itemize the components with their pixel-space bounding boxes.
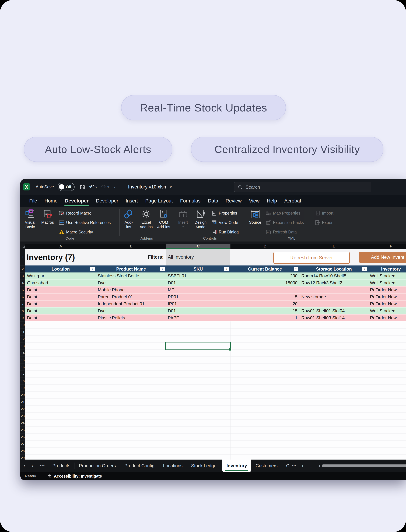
column-header-D[interactable]: D [230,244,300,249]
row-header-26[interactable]: 26 [20,433,25,440]
row-header-16[interactable]: 16 [20,363,25,370]
menu-tab-home[interactable]: Home [41,195,61,207]
empty-row[interactable] [25,412,406,419]
row-header-23[interactable]: 23 [20,412,25,419]
select-all-corner[interactable] [20,244,25,249]
empty-row[interactable] [25,419,406,426]
row-header-12[interactable]: 12 [20,336,25,343]
row-header-7[interactable]: 7 [20,301,25,308]
empty-row[interactable] [25,329,406,336]
refresh-from-server-button[interactable]: Refresh from Server [273,252,350,264]
menu-tab-developer[interactable]: Developer [92,195,122,207]
empty-row[interactable] [25,377,406,384]
table-row[interactable]: DelhiIndependent Product 01IP0120ReOrder… [25,301,406,308]
row-header-22[interactable]: 22 [20,405,25,412]
filter-dropdown-icon[interactable]: ▼ [294,267,298,271]
empty-row[interactable] [25,370,406,377]
sheet-tab-production-orders[interactable]: Production Orders [75,460,120,472]
column-header-A[interactable]: A [25,244,96,249]
row-header-21[interactable]: 21 [20,398,25,405]
row-header-3[interactable]: 3 [20,273,25,280]
row-header-9[interactable]: 9 [20,315,25,322]
column-header-B[interactable]: B [96,244,166,249]
row-header-25[interactable]: 25 [20,426,25,433]
row-header-29[interactable]: 29 [20,454,25,460]
sheet-options-kebab-icon[interactable]: ⋮ [309,463,313,469]
record-macro-button[interactable]: Record Macro [59,209,111,217]
filters-value-cell[interactable]: All Inventory [166,249,230,266]
customize-toolbar-button[interactable]: ∨ [113,186,116,188]
undo-button[interactable]: ↶ ∨ [89,184,97,190]
document-title[interactable]: Inventory v10.xlsm ∨ [128,184,172,190]
empty-row[interactable] [25,350,406,356]
autosave-toggle[interactable]: Off [58,183,74,191]
row-header-19[interactable]: 19 [20,384,25,391]
properties-button[interactable]: Properties [211,209,239,217]
column-header-C[interactable]: C [166,244,230,249]
sheet-nav-next-icon[interactable]: › [28,463,36,469]
row-header-17[interactable]: 17 [20,370,25,377]
row-header-10[interactable]: 10 [20,322,25,329]
menu-tab-data[interactable]: Data [204,195,222,207]
macro-security-button[interactable]: Macro Security [59,228,111,236]
more-sheets-icon[interactable]: ••• [292,464,297,468]
menu-tab-page-layout[interactable]: Page Layout [142,195,176,207]
filter-dropdown-icon[interactable]: ▼ [160,267,165,271]
filter-dropdown-icon[interactable]: ▼ [90,267,95,271]
empty-row[interactable] [25,440,406,447]
empty-row[interactable] [25,322,406,329]
sheet-tab-products[interactable]: Products [48,460,74,472]
empty-row[interactable] [25,447,406,454]
row-header-8[interactable]: 8 [20,308,25,315]
menu-tab-insert[interactable]: Insert [122,195,142,207]
empty-row[interactable] [25,391,406,398]
run-dialog-button[interactable]: Run Dialog [211,228,239,236]
empty-row[interactable] [25,363,406,370]
row-header-6[interactable]: 6 [20,294,25,301]
table-row[interactable]: GhaziabadDyeD0115000Row12.Rack3.Shelf2We… [25,280,406,287]
scroll-left-icon[interactable]: ◂ [318,464,320,468]
table-row[interactable]: DelhiPlastic PelletsPAPE1Row01.Shelf03.S… [25,315,406,322]
menu-tab-file[interactable]: File [26,195,41,207]
column-header-F[interactable]: F [368,244,406,249]
filter-dropdown-icon[interactable]: ▼ [224,267,229,271]
row-header-5[interactable]: 5 [20,287,25,294]
sheet-tab-inventory[interactable]: Inventory [222,460,251,472]
empty-row[interactable] [25,426,406,433]
sheet-nav-prev-icon[interactable]: ‹ [20,463,28,469]
row-header-18[interactable]: 18 [20,377,25,384]
filter-dropdown-icon[interactable]: ▼ [362,267,367,271]
sheet-nav-more-icon[interactable]: ••• [36,463,48,468]
search-input[interactable] [245,184,358,190]
scrollbar-thumb[interactable] [322,464,406,467]
menu-tab-formulas[interactable]: Formulas [176,195,204,207]
table-row[interactable]: WazirpurStainless Steel BottleSSBTL01290… [25,273,406,280]
column-header-E[interactable]: E [300,244,368,249]
accessibility-status[interactable]: Accessibility: Investigate [47,474,102,479]
empty-row[interactable] [25,398,406,405]
empty-row[interactable] [25,336,406,343]
menu-tab-help[interactable]: Help [263,195,281,207]
search-box[interactable] [234,182,371,192]
horizontal-scrollbar[interactable]: ◂ [318,464,406,468]
row-header-28[interactable]: 28 [20,447,25,454]
undo-dropdown-icon[interactable]: ∨ [95,185,97,189]
view-code-button[interactable]: View Code [211,218,239,227]
row-header-11[interactable]: 11 [20,329,25,336]
use-relative-references-button[interactable]: Use Relative References [59,218,111,227]
empty-row[interactable] [25,384,406,391]
row-header-24[interactable]: 24 [20,419,25,426]
add-sheet-icon[interactable]: + [301,463,304,469]
row-header-13[interactable]: 13 [20,343,25,350]
menu-tab-view[interactable]: View [245,195,263,207]
menu-tab-developer[interactable]: Developer [61,195,92,207]
row-header-4[interactable]: 4 [20,280,25,287]
row-header-2[interactable]: 2 [20,266,25,273]
empty-row[interactable] [25,454,406,460]
row-header-27[interactable]: 27 [20,440,25,447]
sheet-tab-locations[interactable]: Locations [159,460,187,472]
row-header-20[interactable]: 20 [20,391,25,398]
row-header-1[interactable]: 1 [20,249,25,266]
fill-handle[interactable] [229,348,232,351]
redo-button[interactable]: ↷ ∨ [101,184,109,190]
